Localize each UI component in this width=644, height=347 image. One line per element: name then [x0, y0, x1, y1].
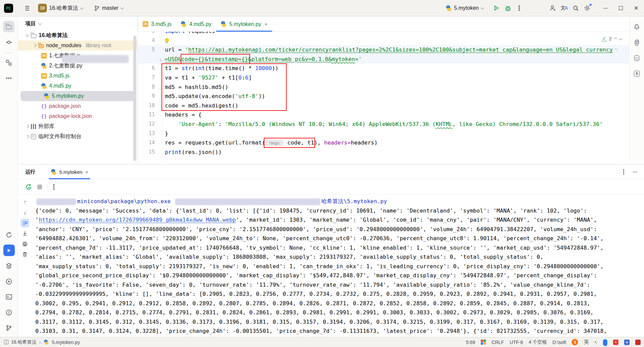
indent-style[interactable]: 4 个空格: [529, 339, 547, 345]
py-file-icon: [41, 83, 47, 89]
print-button[interactable]: [21, 240, 29, 248]
more-actions-button[interactable]: [513, 2, 525, 14]
code-line[interactable]: 13}: [138, 129, 629, 138]
code-segment: 'User-Agent': [178, 121, 218, 127]
editor-tab[interactable]: 3.md5.js: [138, 17, 176, 31]
code-line[interactable]: 14res = requests.get(url.format(*args: c…: [138, 138, 629, 148]
commit-tool-button[interactable]: [3, 36, 14, 48]
maximize-button[interactable]: [613, 0, 629, 17]
scroll-up-button[interactable]: ↑: [21, 198, 29, 207]
branch-widget[interactable]: master: [91, 2, 127, 14]
main-menu-button[interactable]: [18, 2, 29, 14]
code-line[interactable]: 15print(res.json()): [138, 148, 629, 157]
search-everywhere-button[interactable]: [570, 2, 581, 14]
chevron-right-icon[interactable]: [33, 43, 36, 47]
chevron-right-icon[interactable]: [25, 134, 29, 138]
chevron-down-icon[interactable]: [25, 33, 29, 37]
debug-button[interactable]: [502, 2, 513, 14]
sogou-icon[interactable]: S: [572, 339, 578, 345]
structure-tool-button[interactable]: [3, 57, 14, 68]
settings-button[interactable]: [581, 2, 593, 14]
prev-problem-icon[interactable]: [614, 37, 617, 41]
project-tree-item[interactable]: 临时文件和控制台: [18, 131, 137, 141]
project-panel-header[interactable]: 项目: [18, 17, 137, 30]
project-tool-button[interactable]: [3, 21, 14, 32]
pycharm-logo-icon: PC: [4, 4, 13, 13]
scroll-to-end-button[interactable]: [21, 229, 29, 238]
workspace-icon[interactable]: [4, 340, 8, 344]
console[interactable]: ↑ ↓: [18, 195, 644, 337]
clear-console-button[interactable]: [21, 250, 29, 259]
code-text: print(res.json()): [138, 148, 629, 157]
console-link[interactable]: https://cdn.mytoken.org/1726799669489_g0…: [39, 217, 236, 223]
more-tool-windows-button[interactable]: [3, 72, 14, 84]
code-line[interactable]: 12 'User-Agent': 'Mozilla/5.0 (Windows N…: [138, 120, 629, 129]
python-packages-tool-button[interactable]: [3, 260, 15, 272]
code-line[interactable]: 4: [138, 36, 629, 45]
close-icon[interactable]: ×: [85, 169, 88, 175]
code-with-me-button[interactable]: [547, 2, 559, 14]
project-widget[interactable]: 10 16.哈希算法: [35, 2, 86, 14]
problems-tool-button[interactable]: [3, 307, 15, 318]
version-control-tool-button[interactable]: [3, 322, 15, 334]
chevron-right-icon[interactable]: [25, 124, 29, 128]
database-button[interactable]: [632, 53, 642, 63]
run-more-options-button[interactable]: [53, 186, 55, 188]
soft-wrap-button[interactable]: [21, 219, 29, 227]
run-button[interactable]: [491, 2, 502, 14]
play-icon: [6, 248, 11, 253]
notifications-button[interactable]: [632, 22, 642, 32]
git-branch-icon: [6, 325, 12, 331]
interpreter[interactable]: D:\soft: [552, 340, 566, 345]
project-tree-item[interactable]: node_moduleslibrary root: [18, 40, 137, 51]
toolbox-icon[interactable]: ✦: [613, 340, 618, 345]
project-scrollbar[interactable]: [133, 36, 136, 161]
line-number: 10: [138, 101, 155, 111]
inspections-widget[interactable]: ✓ 2: [600, 35, 624, 42]
run-config-selector[interactable]: 5.mytoken: [442, 2, 487, 14]
caret-position[interactable]: 5:69: [466, 340, 475, 345]
ime-mode[interactable]: 英: [584, 339, 589, 345]
close-button[interactable]: ×: [629, 0, 644, 17]
project-tree-item[interactable]: package.json: [18, 101, 137, 111]
code-line[interactable]: 3import requests: [138, 32, 629, 36]
terminal-tool-button[interactable]: [3, 291, 15, 303]
run-tool-window-button[interactable]: [3, 245, 15, 256]
run-tab[interactable]: 5.mytoken ×: [49, 164, 90, 179]
project-tree-item[interactable]: package-lock.json: [18, 111, 137, 121]
hide-panel-button[interactable]: [633, 172, 637, 172]
folder-icon: [6, 25, 11, 29]
chevron-down-icon: [120, 6, 124, 9]
code-editor[interactable]: 3import requests45url = 'https://api.myt…: [138, 32, 629, 161]
status-file[interactable]: 5.mytoken.py: [52, 340, 80, 345]
translation-button[interactable]: A: [632, 68, 642, 79]
run-panel-options-button[interactable]: [623, 171, 624, 172]
tray-red-icon[interactable]: [635, 340, 641, 345]
project-tree-item[interactable]: 外部库: [18, 121, 137, 131]
services-tool-button[interactable]: [3, 276, 15, 287]
project-tree-item[interactable]: 4.md5.py: [18, 81, 137, 91]
rerun-button[interactable]: [25, 184, 32, 190]
next-problem-icon[interactable]: [619, 37, 622, 40]
project-tree-item[interactable]: 16.哈希算法: [18, 30, 137, 40]
line-separator[interactable]: CRLF: [492, 340, 504, 345]
grid-icon[interactable]: ⊞: [624, 340, 630, 345]
code-line[interactable]: 5url = 'https://api.mytokenapi.com/ticke…: [138, 45, 629, 55]
python-console-tool-button[interactable]: [3, 229, 15, 241]
ai-assistant-button[interactable]: @: [632, 37, 642, 48]
code-line[interactable]: 11headers = {: [138, 110, 629, 120]
file-encoding[interactable]: UTF-8: [510, 340, 523, 345]
scroll-down-button[interactable]: ↓: [21, 208, 29, 217]
editor-tab[interactable]: 5.mytoken.py×: [216, 17, 272, 31]
translate-button[interactable]: 文A: [559, 2, 570, 14]
line-number: 4: [138, 36, 155, 45]
mic-icon[interactable]: [603, 339, 607, 345]
status-project[interactable]: 16.哈希算法: [11, 339, 36, 345]
intention-bulb-icon: [165, 38, 169, 42]
editor-tab[interactable]: 4.md5.py: [176, 17, 216, 31]
minimize-button[interactable]: [598, 0, 613, 17]
close-icon[interactable]: ×: [264, 21, 267, 27]
project-tree-item[interactable]: 5.mytoken.py: [21, 91, 135, 101]
color-grid-icon[interactable]: [481, 340, 486, 345]
project-tree-item[interactable]: 3.md5.js: [18, 71, 137, 81]
